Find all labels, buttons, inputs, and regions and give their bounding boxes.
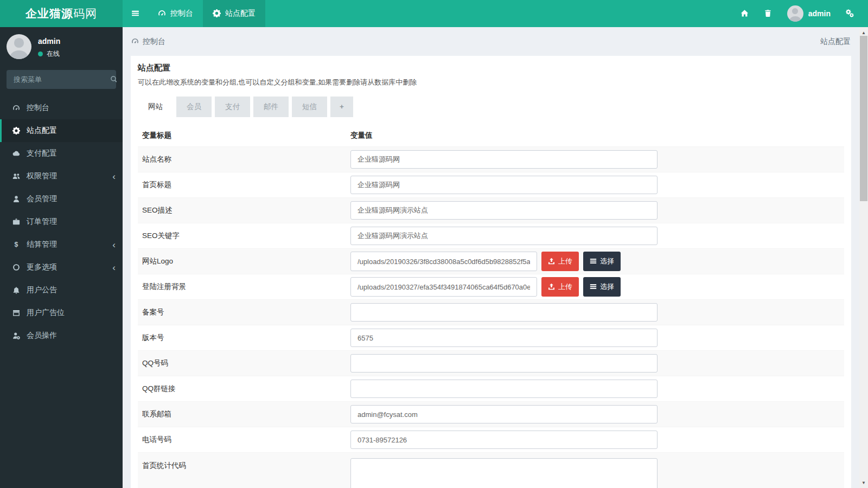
sidebar-item-pay-config[interactable]: 支付配置 [0, 142, 123, 165]
navbar-tab-console[interactable]: 控制台 [148, 0, 203, 27]
sidebar-user-panel: admin 在线 [0, 27, 123, 63]
navbar-right: admin [733, 0, 868, 27]
upload-button-site-logo[interactable]: 上传 [541, 252, 579, 271]
row-value-cell [350, 431, 840, 449]
field-seo-keywords[interactable] [350, 227, 658, 245]
scrollbar[interactable]: ▲ ▼ [859, 27, 868, 488]
bell-icon [11, 286, 21, 294]
upload-button-login-background[interactable]: 上传 [541, 277, 579, 297]
sidebar-item-announcements[interactable]: 用户公告 [0, 279, 123, 301]
sidebar-item-label: 站点配置 [27, 126, 57, 136]
site-config-card: 站点配置 可以在此增改系统的变量和分组,也可以自定义分组和变量,如果需要删除请从… [131, 56, 851, 488]
row-label: QQ群链接 [142, 384, 350, 394]
scroll-down-arrow[interactable]: ▼ [859, 478, 868, 487]
gear-icon [213, 9, 221, 18]
list-icon [590, 283, 597, 291]
gear-icon [11, 127, 21, 134]
field-contact-email[interactable] [350, 405, 658, 423]
scrollbar-thumb[interactable] [860, 36, 867, 201]
user-icon [11, 195, 21, 203]
chevron-left-icon: ‹ [112, 263, 116, 272]
settings-button[interactable] [838, 0, 861, 27]
menu-search-input[interactable] [12, 75, 110, 84]
navbar-tab-site-config[interactable]: 站点配置 [203, 0, 265, 27]
field-home-title[interactable] [350, 176, 658, 194]
field-qq-group-link[interactable] [350, 380, 658, 398]
online-status-dot [38, 52, 43, 56]
tab-mail[interactable]: 邮件 [253, 97, 289, 117]
app-logo-bold: 企业猫源 [25, 6, 73, 21]
navbar-tab-label: 站点配置 [225, 9, 256, 18]
app-logo[interactable]: 企业猫源码网 [0, 0, 123, 27]
tab-member[interactable]: 会员 [176, 97, 212, 117]
select-button-label: 选择 [600, 256, 614, 266]
field-site-logo[interactable] [350, 252, 537, 271]
config-group-tabs: 网站会员支付邮件短信+ [138, 97, 844, 117]
sidebar-item-label: 权限管理 [27, 171, 57, 181]
field-phone-number[interactable] [350, 431, 658, 449]
row-value-cell [350, 227, 840, 245]
card-description: 可以在此增改系统的变量和分组,也可以自定义分组和变量,如果需要删除请从数据库中删… [138, 78, 844, 87]
upload-button-label: 上传 [558, 256, 572, 266]
row-label: 登陆注册背景 [142, 282, 350, 292]
sidebar-item-settlement[interactable]: $结算管理‹ [0, 233, 123, 256]
window-icon [11, 309, 21, 317]
table-row-icp-number: 备案号 [138, 300, 844, 325]
table-row-home-stats-code: 首页统计代码 [138, 453, 844, 488]
sidebar-toggle-button[interactable] [123, 0, 148, 27]
row-value-cell [350, 176, 840, 194]
sidebar-item-members[interactable]: 会员管理 [0, 188, 123, 210]
sidebar-menu: 控制台站点配置支付配置权限管理‹会员管理订单管理$结算管理‹更多选项‹用户公告用… [0, 97, 123, 347]
clear-cache-button[interactable] [756, 0, 780, 27]
dollar-icon: $ [11, 241, 21, 248]
field-login-background[interactable] [350, 277, 537, 297]
select-button-site-logo[interactable]: 选择 [583, 252, 621, 271]
sidebar-item-console[interactable]: 控制台 [0, 97, 123, 119]
tab-add[interactable]: + [330, 97, 353, 117]
chevron-left-icon: ‹ [112, 240, 116, 249]
sidebar-item-member-actions[interactable]: 会员操作 [0, 324, 123, 347]
user-cog-icon [11, 332, 21, 339]
field-qq-number[interactable] [350, 354, 658, 373]
breadcrumb-home-label: 控制台 [143, 37, 165, 47]
status-label: 在线 [47, 49, 60, 59]
column-header-value: 变量值 [350, 131, 373, 140]
field-site-name[interactable] [350, 150, 658, 169]
table-row-qq-number: QQ号码 [138, 351, 844, 376]
user-menu[interactable]: admin [780, 0, 838, 27]
tab-sms[interactable]: 短信 [292, 97, 327, 117]
row-label: 网站Logo [142, 256, 350, 266]
select-button-login-background[interactable]: 选择 [583, 277, 621, 297]
sidebar-item-site-config[interactable]: 站点配置 [0, 119, 123, 142]
row-label: 版本号 [142, 333, 350, 343]
home-button[interactable] [733, 0, 756, 27]
field-home-stats-code[interactable] [350, 458, 658, 488]
sidebar-search [7, 70, 116, 89]
row-value-cell: 上传选择 [350, 252, 840, 271]
table-row-home-title: 首页标题 [138, 172, 844, 198]
sidebar-item-more-options[interactable]: 更多选项‹ [0, 256, 123, 279]
field-icp-number[interactable] [350, 303, 658, 322]
field-seo-description[interactable] [350, 201, 658, 220]
search-icon[interactable] [110, 75, 118, 85]
row-value-cell [350, 329, 840, 347]
breadcrumb[interactable]: 控制台 [131, 37, 165, 47]
top-navbar: 企业猫源码网 控制台 站点配置 admin [0, 0, 868, 27]
app-logo-light: 码网 [73, 6, 97, 21]
row-label: QQ号码 [142, 358, 350, 368]
sidebar-item-orders[interactable]: 订单管理 [0, 210, 123, 233]
field-version-number[interactable] [350, 329, 658, 347]
table-row-qq-group-link: QQ群链接 [138, 376, 844, 402]
tab-pay[interactable]: 支付 [215, 97, 250, 117]
row-label: 站点名称 [142, 155, 350, 164]
sidebar-item-ad-slots[interactable]: 用户广告位 [0, 301, 123, 324]
sidebar: admin 在线 控制台站点配置支付配置权限管理‹会员管理订单管理$结算管理‹更… [0, 27, 123, 488]
tab-site[interactable]: 网站 [138, 97, 173, 117]
breadcrumb-current-page: 站点配置 [820, 37, 851, 47]
main-content: 控制台 站点配置 站点配置 可以在此增改系统的变量和分组,也可以自定义分组和变量… [123, 27, 859, 488]
breadcrumb-bar: 控制台 站点配置 [123, 27, 859, 56]
table-row-seo-keywords: SEO关键字 [138, 223, 844, 249]
sidebar-user-name: admin [38, 37, 60, 46]
sidebar-item-permissions[interactable]: 权限管理‹ [0, 165, 123, 188]
row-label: 首页标题 [142, 180, 350, 190]
